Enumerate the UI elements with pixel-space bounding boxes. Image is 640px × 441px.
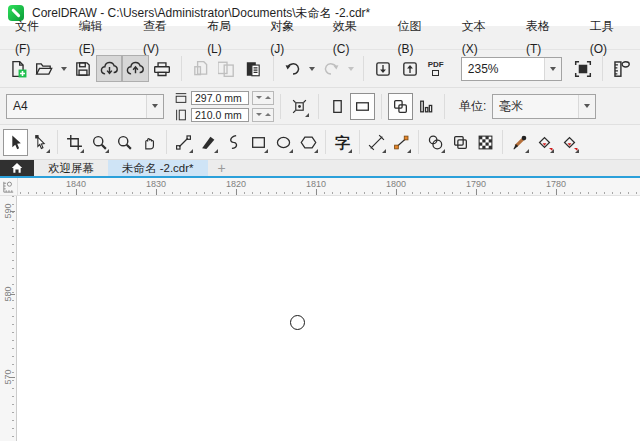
zoom-level-combo[interactable]: 235% xyxy=(461,57,562,81)
all-pages-button[interactable] xyxy=(388,93,413,120)
pdf-icon: PDF xyxy=(428,61,444,69)
rectangle-tool[interactable] xyxy=(246,129,271,156)
menu-text[interactable]: 文本(X) xyxy=(447,15,511,61)
shape-tool[interactable] xyxy=(28,129,53,156)
spinner-up-icon xyxy=(265,96,271,99)
circle-object[interactable] xyxy=(290,315,305,330)
pan-tool[interactable] xyxy=(137,129,162,156)
curve-pen-icon xyxy=(225,134,242,151)
ruler-major-tick xyxy=(10,294,15,295)
save-to-cloud-button[interactable] xyxy=(122,55,148,82)
export-button[interactable] xyxy=(396,55,422,82)
open-from-cloud-button[interactable] xyxy=(96,55,122,82)
ellipse-tool[interactable] xyxy=(271,129,296,156)
drawing-canvas[interactable] xyxy=(17,196,640,441)
fullscreen-preview-button[interactable] xyxy=(570,55,596,82)
rectangle-icon xyxy=(250,134,267,151)
smart-fill-tool[interactable] xyxy=(557,129,582,156)
ruler-corner-icon xyxy=(1,179,16,194)
text-tool-icon: 字 xyxy=(335,135,350,150)
pick-tool[interactable] xyxy=(3,129,28,156)
ruler-label: 1790 xyxy=(466,179,486,189)
toolbox: 字 xyxy=(0,125,640,160)
portrait-orientation-button[interactable] xyxy=(325,93,350,120)
units-combo[interactable]: 毫米 xyxy=(492,94,596,119)
page-size-value: A4 xyxy=(7,95,146,118)
tab-welcome-screen[interactable]: 欢迎屏幕 xyxy=(34,160,108,176)
interactive-fill-tool[interactable] xyxy=(532,129,557,156)
shape-edit-icon xyxy=(32,134,49,151)
undo-button[interactable] xyxy=(280,55,306,82)
artistic-media-tool[interactable] xyxy=(196,129,221,156)
pen-tool[interactable] xyxy=(221,129,246,156)
page-width-input[interactable]: 297.0 mm xyxy=(191,91,249,105)
fullscreen-preview-icon xyxy=(574,60,592,78)
menu-file[interactable]: 文件(F) xyxy=(0,15,64,61)
units-dropdown-button[interactable] xyxy=(578,95,595,118)
paste-button[interactable] xyxy=(240,55,266,82)
show-rulers-button[interactable] xyxy=(609,55,635,82)
page-height-spinner[interactable] xyxy=(252,108,274,122)
plus-icon: + xyxy=(217,161,225,175)
color-eyedropper-tool[interactable] xyxy=(507,129,532,156)
copy-icon xyxy=(218,60,236,78)
home-button[interactable] xyxy=(0,160,34,176)
zoom-tool[interactable] xyxy=(87,129,112,156)
pdf-page-icon xyxy=(432,70,439,76)
print-button[interactable] xyxy=(149,55,175,82)
freehand-tool[interactable] xyxy=(171,129,196,156)
page-size-dropdown-button[interactable] xyxy=(146,95,163,118)
ruler-major-tick xyxy=(10,211,15,212)
nudge-offset-button[interactable] xyxy=(287,93,312,120)
open-dropdown-button[interactable] xyxy=(57,55,70,82)
ruler-label: 1830 xyxy=(146,179,166,189)
tab-untitled-document[interactable]: 未命名 -2.cdr* xyxy=(108,160,208,176)
connector-tool[interactable] xyxy=(389,129,414,156)
menu-table[interactable]: 表格(T) xyxy=(511,15,575,61)
menu-layout[interactable]: 布局(L) xyxy=(192,15,255,61)
menu-object[interactable]: 对象(J) xyxy=(255,15,318,61)
polygon-tool[interactable] xyxy=(296,129,321,156)
page-width-spinner[interactable] xyxy=(252,91,274,105)
cloud-upload-icon xyxy=(126,59,145,78)
horizontal-ruler[interactable]: 1840 1830 1820 1810 1800 1790 1780 xyxy=(18,178,640,195)
open-document-button[interactable] xyxy=(31,55,57,82)
dimension-tool[interactable] xyxy=(364,129,389,156)
menu-bitmaps[interactable]: 位图(B) xyxy=(383,15,447,61)
redo-button xyxy=(318,55,344,82)
ruler-major-tick xyxy=(10,377,15,378)
menu-view[interactable]: 查看(V) xyxy=(128,15,192,61)
workspace: 590 580 570 xyxy=(0,196,640,441)
vertical-ruler[interactable]: 590 580 570 xyxy=(0,196,17,441)
crop-tool[interactable] xyxy=(62,129,87,156)
save-button[interactable] xyxy=(70,55,96,82)
zoom-tool-alt[interactable] xyxy=(112,129,137,156)
current-page-button[interactable] xyxy=(413,93,438,120)
page-size-combo[interactable]: A4 xyxy=(6,94,164,119)
landscape-orientation-button[interactable] xyxy=(350,93,375,120)
menu-edit[interactable]: 编辑(E) xyxy=(64,15,128,61)
text-tool[interactable]: 字 xyxy=(330,129,355,156)
checkerboard-icon xyxy=(477,134,494,151)
new-document-button[interactable] xyxy=(5,55,31,82)
ruler-label: 1780 xyxy=(546,179,566,189)
menu-effects[interactable]: 效果(C) xyxy=(318,15,383,61)
cut-button xyxy=(188,55,214,82)
page-height-input[interactable]: 210.0 mm xyxy=(191,108,249,122)
undo-dropdown-button[interactable] xyxy=(306,55,319,82)
menu-tools[interactable]: 工具(O) xyxy=(575,15,640,61)
standard-toolbar: PDF 235% xyxy=(0,50,640,88)
publish-to-pdf-button[interactable]: PDF xyxy=(423,55,449,82)
new-tab-button[interactable]: + xyxy=(208,160,236,176)
zoom-dropdown-button[interactable] xyxy=(544,58,561,80)
freehand-line-icon xyxy=(175,134,192,151)
ruler-origin-button[interactable] xyxy=(0,178,18,195)
import-button[interactable] xyxy=(370,55,396,82)
dimension-line-icon xyxy=(368,134,385,151)
nudge-offset-icon xyxy=(291,98,308,115)
transparency-tool[interactable] xyxy=(473,129,498,156)
landscape-page-icon xyxy=(354,98,371,115)
shadow-tool[interactable] xyxy=(423,129,448,156)
contour-tool[interactable] xyxy=(448,129,473,156)
ruler-label: 1800 xyxy=(386,179,406,189)
